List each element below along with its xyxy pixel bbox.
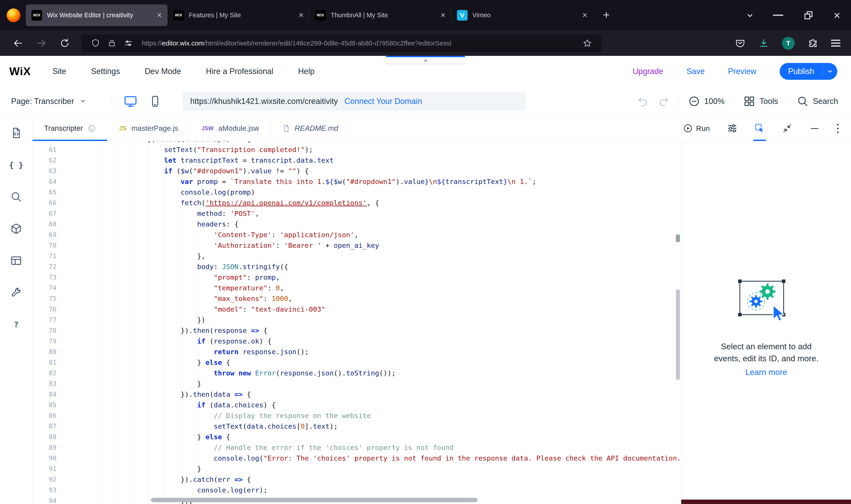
code-line: 60 }).then((transcript) => {: [33, 141, 681, 144]
line-number: 93: [33, 485, 56, 496]
wix-menu-item-hire-a-professional[interactable]: Hire a Professional: [206, 67, 273, 76]
cursor-icon: [773, 305, 784, 321]
line-number: 80: [33, 346, 56, 357]
tab-close-icon[interactable]: ×: [299, 11, 304, 20]
lock-icon[interactable]: [107, 39, 116, 48]
extensions-icon[interactable]: [808, 38, 818, 49]
tab-close-icon[interactable]: ×: [157, 11, 162, 20]
horizontal-scrollbar[interactable]: [151, 498, 477, 502]
zoom-control[interactable]: 100%: [688, 95, 725, 107]
search-icon: [797, 95, 809, 107]
run-button[interactable]: Run: [683, 124, 710, 133]
editor-main: TranscripterJSmasterPage.jsJSWaModule.js…: [33, 116, 851, 504]
wix-menu-item-help[interactable]: Help: [298, 67, 314, 76]
line-number: 64: [33, 176, 56, 187]
browser-tab[interactable]: VVimeo×: [451, 4, 593, 26]
permissions-icon[interactable]: [124, 39, 133, 48]
tools-button[interactable]: Tools: [743, 95, 778, 107]
wix-favicon: WIX: [173, 10, 184, 21]
preview-button[interactable]: Preview: [728, 67, 756, 76]
collapse-header-pill[interactable]: [386, 56, 465, 64]
search-button[interactable]: Search: [797, 95, 838, 107]
tab-close-icon[interactable]: ×: [582, 11, 587, 20]
learn-more-link[interactable]: Learn more: [745, 368, 787, 377]
undo-icon[interactable]: [637, 95, 649, 107]
browser-tab[interactable]: WIXThumbnAll | My Site×: [309, 4, 451, 26]
line-number: 68: [33, 219, 56, 229]
firefox-logo[interactable]: [7, 8, 20, 22]
tabs-list-chevron-icon[interactable]: [747, 12, 753, 17]
mobile-icon[interactable]: [149, 95, 161, 108]
desktop-icon[interactable]: [124, 94, 138, 108]
pocket-icon[interactable]: [735, 38, 745, 49]
reload-icon[interactable]: [59, 38, 70, 49]
file-tab-masterpage-js[interactable]: JSmasterPage.js: [108, 116, 190, 141]
site-url-bar[interactable]: https://khushik1421.wixsite.com/creaitiv…: [183, 92, 526, 111]
package-icon[interactable]: [0, 213, 32, 245]
code-line: 82 throw new Error(response.json().toStr…: [33, 368, 681, 378]
code-line: 88 } else {: [33, 432, 681, 442]
file-tab-amodule-jsw[interactable]: JSWaModule.jsw: [190, 116, 271, 141]
file-tab-bar: TranscripterJSmasterPage.jsJSWaModule.js…: [33, 116, 851, 141]
back-icon[interactable]: [13, 38, 23, 49]
divider: [734, 94, 734, 108]
zoom-out-icon[interactable]: [688, 95, 700, 107]
tab-close-icon[interactable]: ×: [440, 11, 446, 20]
bookmark-star-icon[interactable]: [582, 38, 592, 48]
editor-toolbar: Run: [683, 116, 851, 141]
publish-button[interactable]: Publish: [780, 63, 837, 80]
code-line: 64 var promp = `Translate this into 1.${…: [33, 176, 681, 187]
line-number: 61: [33, 144, 56, 155]
download-icon[interactable]: [758, 38, 769, 49]
code-line: 74 "temperature": 0,: [33, 283, 681, 293]
collapse-panel-icon[interactable]: [782, 116, 792, 141]
page-selector[interactable]: Page: Transcriber: [11, 97, 85, 106]
file-tab-label: README.md: [295, 124, 338, 132]
connect-domain-link[interactable]: Connect Your Domain: [344, 97, 422, 106]
browser-tab[interactable]: WIXFeatures | My Site×: [167, 4, 309, 26]
wrench-icon[interactable]: [0, 276, 32, 308]
info-icon[interactable]: [88, 124, 96, 132]
wix-logo[interactable]: WiX: [9, 65, 31, 78]
select-element-icon[interactable]: [755, 116, 765, 141]
redo-icon[interactable]: [658, 95, 670, 107]
kebab-icon[interactable]: [837, 124, 838, 133]
file-tab-transcripter[interactable]: Transcripter: [33, 116, 108, 141]
code-line: 89 // Handle the error if the 'choices' …: [33, 442, 681, 453]
save-button[interactable]: Save: [687, 67, 705, 76]
vimeo-favicon: V: [457, 10, 468, 21]
page-code-icon[interactable]: [0, 117, 32, 149]
account-avatar[interactable]: T: [782, 37, 795, 50]
close-icon[interactable]: ×: [834, 11, 840, 20]
code-line: 80 return response.json();: [33, 346, 681, 357]
line-number: 71: [33, 251, 56, 261]
code-line: 75 "max_tokens": 1000,: [33, 293, 681, 304]
help-icon[interactable]: ?: [0, 308, 32, 340]
new-tab-button[interactable]: +: [599, 8, 613, 22]
gear-icon: [759, 284, 775, 300]
url-text[interactable]: https://editor.wix.com/html/editor/web/r…: [142, 39, 579, 47]
wix-menu-item-site[interactable]: Site: [53, 67, 66, 76]
search-icon[interactable]: [0, 181, 32, 213]
wix-menu-item-dev-mode[interactable]: Dev Mode: [145, 67, 181, 76]
forward-icon[interactable]: [36, 38, 47, 49]
upgrade-button[interactable]: Upgrade: [633, 67, 663, 76]
code-editor[interactable]: 60 }).then((transcript) => {61 setText("…: [33, 141, 681, 504]
line-number: 92: [33, 474, 56, 485]
wix-menu-item-settings[interactable]: Settings: [91, 67, 120, 76]
minimize-icon[interactable]: [773, 15, 783, 16]
line-number: 83: [33, 378, 56, 389]
shield-icon[interactable]: [91, 39, 100, 48]
browser-tab[interactable]: WIXWix Website Editor | creaitivity×: [26, 4, 167, 26]
url-bar[interactable]: https://editor.wix.com/html/editor/web/r…: [82, 34, 601, 52]
code-line: 70 'Authorization': 'Bearer ' + open_ai_…: [33, 240, 681, 251]
menu-icon[interactable]: [831, 42, 840, 44]
publish-dropdown[interactable]: [823, 71, 837, 72]
vertical-scrollbar[interactable]: [676, 289, 680, 380]
sliders-icon[interactable]: [727, 116, 737, 141]
braces-icon[interactable]: { }: [0, 149, 32, 181]
restore-icon[interactable]: [804, 11, 812, 19]
file-tab-readme-md[interactable]: README.md: [271, 116, 350, 141]
table-icon[interactable]: [0, 245, 32, 276]
minimize-panel-icon[interactable]: [810, 116, 820, 141]
